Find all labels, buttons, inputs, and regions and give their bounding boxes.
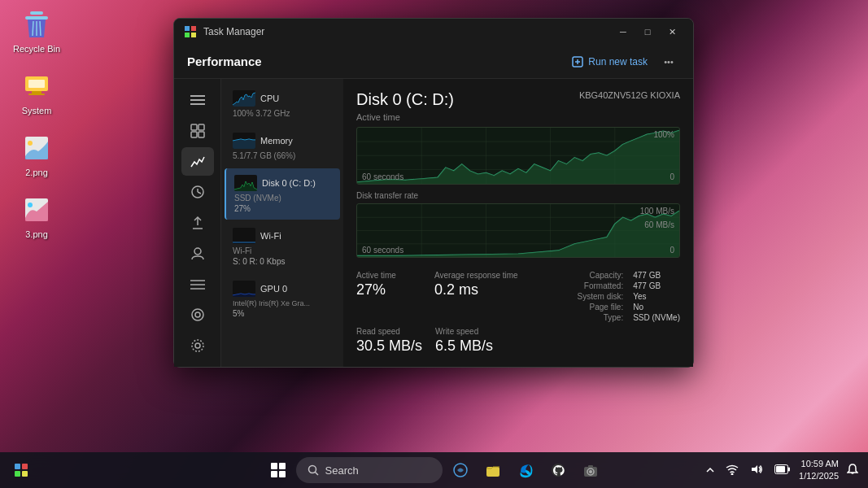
task-manager-window: Task Manager ─ □ ✕ Performance Run new t… [173,18,694,368]
win-logo-br [279,471,286,477]
svg-line-63 [315,473,318,476]
minimize-button[interactable]: ─ [612,24,635,40]
taskbar-edge[interactable] [511,455,540,485]
device-item-wifi[interactable]: Wi-Fi Wi-Fi S: 0 R: 0 Kbps [225,221,340,272]
svg-rect-16 [191,33,196,37]
svg-line-2 [33,21,33,36]
tray-wifi[interactable] [722,460,742,481]
svg-marker-57 [357,211,679,257]
2png-icon[interactable]: 2.png [8,132,65,177]
svg-marker-39 [233,139,255,149]
taskbar-copilot[interactable] [446,455,475,485]
search-bar[interactable]: Search [296,457,443,483]
transfer-rate-chart-svg [357,204,679,257]
avg-response-label: Average response time [434,271,518,280]
sidebar-users[interactable] [181,239,214,268]
page-file-key: Page file: [578,303,624,312]
tray-battery[interactable] [771,460,794,480]
gpu0-value: 5% [233,309,332,318]
taskbar-files[interactable] [478,455,508,485]
svg-rect-8 [28,94,45,95]
title-bar: Task Manager ─ □ ✕ [174,19,693,45]
system-icon[interactable]: System [8,70,65,115]
sidebar-hamburger[interactable] [181,85,214,115]
svg-point-37 [192,340,203,351]
taskbar-camera[interactable] [576,455,605,485]
cpu-mini-chart [233,90,255,107]
close-button[interactable]: ✕ [661,24,683,40]
type-val: SSD (NVMe) [633,313,680,322]
device-item-cpu[interactable]: CPU 100% 3.72 GHz [225,84,340,124]
more-options-button[interactable]: ••• [657,54,680,70]
recycle-bin-icon[interactable]: Recycle Bin [8,8,65,54]
processes-icon [190,124,205,138]
disk0-mini-chart [234,175,257,191]
detail-title: Disk 0 (C: D:) [356,90,454,109]
start-button[interactable] [264,455,293,485]
title-bar-title: Task Manager [203,26,264,37]
sidebar-settings[interactable] [181,331,214,360]
taskbar-time-date[interactable]: 10:59 AM 1/12/2025 [799,458,839,483]
sidebar-performance[interactable] [181,147,214,176]
win-logo-bl [271,471,277,477]
svg-rect-61 [22,471,28,477]
transfer-rate-label: Disk transfer rate [356,191,680,200]
formatted-key: Formatted: [578,281,624,290]
svg-line-4 [40,21,41,36]
tray-volume[interactable] [747,460,766,481]
device-item-disk0[interactable]: Disk 0 (C: D:) SSD (NVMe) 27% [225,168,340,220]
tray-chevron[interactable] [703,460,718,480]
windows-logo [271,463,286,477]
device-item-memory[interactable]: Memory 5.1/7.7 GB (66%) [225,126,340,167]
hamburger-icon [190,94,205,106]
notification-bell-icon [847,464,858,475]
svg-point-12 [28,203,33,207]
svg-point-71 [731,473,734,475]
run-new-task-label: Run new task [588,56,648,68]
recycle-bin-label: Recycle Bin [13,44,60,54]
win-logo-tl [271,463,277,469]
cpu-header: CPU [233,90,332,107]
write-speed-stat: Write speed 6.5 MB/s [435,327,500,355]
svg-marker-49 [357,130,679,184]
run-new-task-button[interactable]: Run new task [572,56,648,68]
memory-sub: 5.1/7.7 GB (66%) [233,151,332,160]
type-key: Type: [578,313,624,322]
capacity-key: Capacity: [578,271,624,280]
taskmanager-app-icon [184,25,197,38]
notification-icon[interactable] [844,460,861,481]
svg-rect-1 [30,11,43,15]
taskbar-github[interactable] [543,455,573,485]
taskbar-taskmanager-btn[interactable] [7,455,36,485]
history-icon [190,185,205,199]
svg-rect-25 [191,132,197,137]
3png-icon[interactable]: 3.png [8,194,65,239]
sidebar-app-history[interactable] [181,177,214,207]
sidebar-services[interactable] [181,300,214,329]
svg-rect-26 [198,132,204,137]
performance-icon [190,154,205,168]
gpu0-name: GPU 0 [260,284,287,294]
sidebar-details[interactable] [181,270,214,299]
chevron-up-icon [706,466,714,474]
edge-icon [517,462,534,478]
transfer-zero-label: 0 [670,246,674,255]
avg-response-stat: Average response time 0.2 ms [434,271,518,322]
run-icon [572,56,583,68]
disk0-header: Disk 0 (C: D:) [234,175,332,191]
maximize-button[interactable]: □ [636,24,659,40]
sidebar-startup[interactable] [181,208,214,237]
detail-model: KBG40ZNV512G KIOXIA [579,90,680,100]
svg-rect-59 [22,464,28,469]
detail-subtitle: Active time [356,112,680,122]
device-list: CPU 100% 3.72 GHz Memory [221,79,343,367]
wifi-header: Wi-Fi [233,228,332,244]
wifi-sub: Wi-Fi [233,246,332,255]
sidebar-processes[interactable] [181,116,214,146]
tm-sidebar [174,79,221,367]
svg-rect-6 [28,80,45,88]
wifi-value: S: 0 R: 0 Kbps [233,257,332,266]
read-speed-label: Read speed [356,327,422,336]
2png-label: 2.png [25,168,48,177]
device-item-gpu0[interactable]: GPU 0 Intel(R) Iris(R) Xe Gra... 5% [225,274,340,325]
